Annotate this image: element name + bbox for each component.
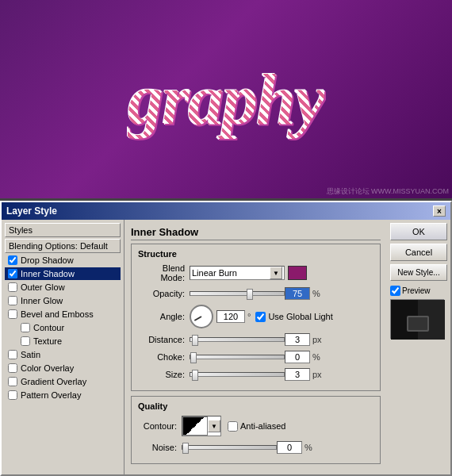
choke-input[interactable] — [285, 351, 310, 363]
global-light-label[interactable]: Use Global Light — [255, 312, 332, 322]
drop-shadow-label: Drop Shadow — [21, 255, 74, 265]
structure-section: Structure Blend Mode: Linear Burn ▼ Opac… — [131, 244, 381, 391]
layer-item-inner-shadow[interactable]: Inner Shadow — [5, 267, 121, 280]
blend-mode-label: Blend Mode: — [138, 263, 190, 282]
quality-label: Quality — [138, 401, 373, 411]
quality-section: Quality Contour: ▼ Anti-aliased Noise: — [131, 396, 381, 464]
opacity-slider[interactable] — [190, 288, 285, 299]
pattern-overlay-checkbox[interactable] — [8, 390, 17, 400]
outer-glow-checkbox[interactable] — [8, 282, 17, 292]
choke-thumb[interactable] — [190, 352, 197, 363]
choke-slider[interactable] — [190, 351, 285, 363]
center-panel: Inner Shadow Structure Blend Mode: Linea… — [124, 220, 387, 474]
blending-options[interactable]: Blending Options: Default — [5, 239, 121, 253]
layer-style-dialog: Layer Style × Styles Blending Options: D… — [0, 201, 452, 476]
layer-item-texture[interactable]: Texture — [5, 335, 121, 347]
preview-box — [390, 299, 444, 339]
layer-item-inner-glow[interactable]: Inner Glow — [5, 294, 121, 307]
texture-label: Texture — [33, 336, 62, 346]
dialog-title: Layer Style — [6, 205, 57, 217]
blend-mode-arrow[interactable]: ▼ — [270, 267, 282, 279]
choke-label: Choke: — [138, 352, 190, 362]
distance-thumb[interactable] — [192, 335, 198, 346]
left-panel: Styles Blending Options: Default Drop Sh… — [2, 220, 124, 474]
new-style-button[interactable]: New Style... — [390, 264, 447, 281]
satin-label: Satin — [21, 350, 40, 359]
angle-label: Angle: — [138, 312, 190, 321]
noise-input[interactable] — [277, 441, 302, 454]
ok-button[interactable]: OK — [390, 223, 447, 240]
size-track — [190, 372, 285, 377]
noise-track — [182, 445, 277, 450]
contour-preview[interactable] — [182, 416, 208, 436]
choke-track — [190, 355, 285, 359]
angle-row: Angle: ° Use Global Light — [138, 305, 373, 328]
contour-checkbox[interactable] — [21, 323, 30, 332]
color-overlay-checkbox[interactable] — [8, 363, 17, 373]
noise-label: Noise: — [138, 443, 182, 452]
contour-label: Contour — [33, 323, 64, 332]
bevel-emboss-checkbox[interactable] — [8, 309, 17, 319]
anti-aliased-label[interactable]: Anti-aliased — [228, 421, 285, 432]
size-input[interactable] — [285, 368, 310, 381]
dialog-body: Styles Blending Options: Default Drop Sh… — [2, 220, 450, 474]
opacity-input[interactable] — [285, 287, 310, 300]
angle-dial[interactable] — [190, 305, 213, 328]
opacity-thumb[interactable] — [247, 289, 253, 300]
preview-text: Preview — [402, 286, 431, 295]
satin-checkbox[interactable] — [8, 350, 17, 359]
noise-row: Noise: % — [138, 441, 373, 454]
layer-item-color-overlay[interactable]: Color Overlay — [5, 362, 121, 374]
noise-slider[interactable] — [182, 442, 277, 453]
anti-aliased-text: Anti-aliased — [240, 421, 285, 431]
angle-input[interactable] — [216, 310, 245, 323]
pattern-overlay-label: Pattern Overlay — [21, 390, 81, 400]
contour-row-label: Contour: — [138, 421, 182, 431]
section-title: Inner Shadow — [131, 226, 381, 240]
opacity-track — [190, 291, 285, 296]
layer-item-satin[interactable]: Satin — [5, 348, 121, 361]
close-button[interactable]: × — [433, 205, 446, 217]
noise-unit: % — [305, 443, 312, 452]
global-light-text: Use Global Light — [268, 312, 332, 321]
noise-thumb[interactable] — [182, 443, 189, 454]
blend-mode-dropdown[interactable]: Linear Burn ▼ — [190, 266, 285, 280]
choke-unit: % — [312, 352, 320, 362]
inner-glow-label: Inner Glow — [21, 296, 63, 305]
contour-arrow[interactable]: ▼ — [208, 420, 220, 432]
texture-checkbox[interactable] — [21, 336, 30, 346]
preview-label[interactable]: Preview — [390, 286, 447, 296]
anti-aliased-checkbox[interactable] — [228, 421, 238, 432]
drop-shadow-checkbox[interactable] — [8, 255, 17, 265]
choke-row: Choke: % — [138, 351, 373, 363]
size-thumb[interactable] — [192, 370, 198, 381]
cancel-button[interactable]: Cancel — [390, 244, 447, 261]
distance-input[interactable] — [285, 333, 310, 346]
contour-row: Contour: ▼ Anti-aliased — [138, 416, 373, 436]
contour-dropdown[interactable]: ▼ — [182, 416, 221, 436]
dialog-titlebar: Layer Style × — [2, 202, 450, 220]
distance-slider[interactable] — [190, 334, 285, 345]
layer-item-bevel-emboss[interactable]: Bevel and Emboss — [5, 308, 121, 321]
inner-glow-checkbox[interactable] — [8, 296, 17, 305]
opacity-label: Opacity: — [138, 289, 190, 298]
layer-item-contour[interactable]: Contour — [5, 321, 121, 334]
global-light-checkbox[interactable] — [255, 312, 266, 322]
blend-mode-row: Blend Mode: Linear Burn ▼ — [138, 263, 373, 282]
styles-header[interactable]: Styles — [5, 223, 121, 237]
preview-checkbox[interactable] — [390, 286, 400, 296]
inner-shadow-checkbox[interactable] — [8, 269, 17, 278]
layer-item-gradient-overlay[interactable]: Gradient Overlay — [5, 375, 121, 388]
gradient-overlay-checkbox[interactable] — [8, 377, 17, 386]
blend-color-swatch[interactable] — [288, 266, 307, 280]
layer-item-pattern-overlay[interactable]: Pattern Overlay — [5, 389, 121, 401]
gradient-overlay-label: Gradient Overlay — [21, 377, 86, 386]
layer-item-outer-glow[interactable]: Outer Glow — [5, 281, 121, 294]
size-unit: px — [312, 370, 322, 379]
size-slider[interactable] — [190, 369, 285, 380]
outer-glow-label: Outer Glow — [21, 282, 65, 292]
blend-mode-value: Linear Burn — [192, 268, 237, 278]
layer-item-drop-shadow[interactable]: Drop Shadow — [5, 254, 121, 267]
right-panel: OK Cancel New Style... Preview — [387, 220, 450, 474]
opacity-unit: % — [312, 289, 320, 298]
